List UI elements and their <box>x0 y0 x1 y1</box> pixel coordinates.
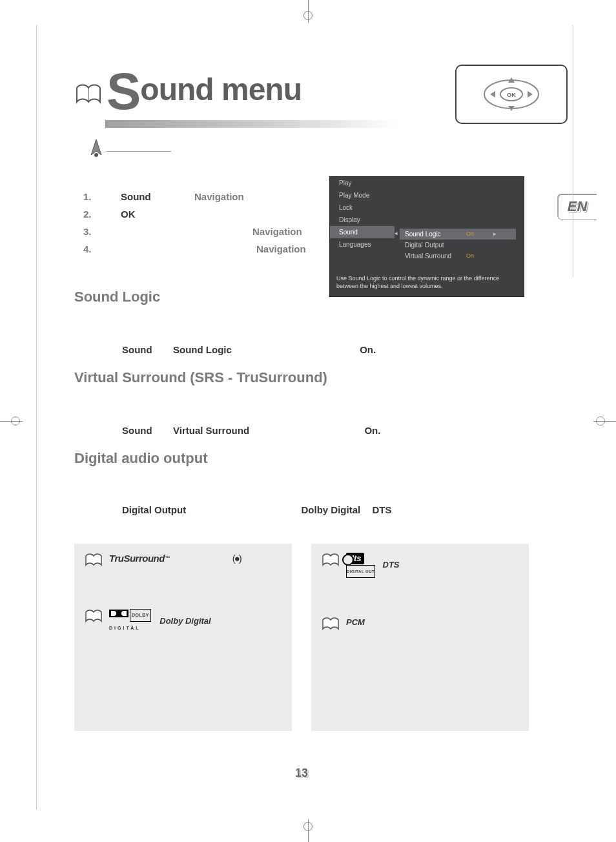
section-line: Sound Virtual Surround On. <box>122 425 529 436</box>
page-title-row: Sound menu OK <box>74 65 529 124</box>
info-entry: DOLBY DIGITAL Dolby Digital <box>85 609 282 634</box>
info-box-left: TruSurround™ (●) DOLBY DIGITAL <box>74 544 292 731</box>
step-col1 <box>121 240 172 258</box>
book-icon <box>85 609 103 634</box>
osd-option-row: Digital Output <box>400 240 516 251</box>
triangle-right-icon: ▸ <box>493 231 497 237</box>
book-icon <box>322 553 340 578</box>
osd-left-item: Play Mode <box>330 189 395 201</box>
book-icon <box>322 617 340 634</box>
page-title: Sound menu <box>107 62 302 121</box>
osd-left-item: Languages <box>330 238 395 251</box>
term: On. <box>364 425 380 436</box>
info-text: TruSurround™ (●) <box>109 553 282 570</box>
step-number: 1. <box>83 188 99 205</box>
osd-left-item-selected: Sound <box>330 226 395 238</box>
divider <box>107 151 171 152</box>
osd-screenshot: Play Play Mode Lock Display Sound Langua… <box>329 176 524 297</box>
osd-option-row: Sound Logic ▸ On <box>400 229 516 240</box>
section-heading: Virtual Surround (SRS - TruSurround) <box>74 369 529 386</box>
crop-mark-top <box>295 0 321 26</box>
title-rest: ound menu <box>140 72 302 107</box>
ok-label: OK <box>507 92 516 98</box>
dolby-label: Dolby Digital <box>159 616 210 626</box>
section-heading: Digital audio output <box>74 450 529 467</box>
info-text: PCM <box>346 617 518 634</box>
step-number: 2. <box>83 205 99 223</box>
step-number: 3. <box>83 223 99 240</box>
nav-ok-widget: OK <box>455 65 568 124</box>
section-virtual-surround: Virtual Surround (SRS - TruSurround) Sou… <box>74 369 529 436</box>
osd-left-item: Display <box>330 214 395 226</box>
osd-option-label: Digital Output <box>400 241 466 249</box>
term: Dolby Digital <box>302 504 361 515</box>
crop-mark-right <box>590 408 616 434</box>
step-col2: Navigation <box>194 188 244 205</box>
info-entry: PCM <box>322 617 518 634</box>
crop-mark-bottom <box>295 816 321 842</box>
book-icon <box>74 83 103 106</box>
step-col1 <box>121 223 172 240</box>
info-text: DOLBY DIGITAL Dolby Digital <box>109 609 282 634</box>
term: Sound Logic <box>173 344 232 355</box>
dts-label: DTS <box>383 560 400 570</box>
term: Sound <box>122 425 152 436</box>
term: Sound <box>122 344 152 355</box>
term: DTS <box>373 504 392 515</box>
margin-guide-left <box>36 25 37 810</box>
osd-option-value: On <box>466 231 474 238</box>
term: On. <box>360 344 376 355</box>
language-tag: EN <box>557 194 597 220</box>
title-initial: S <box>107 63 140 120</box>
section-line: Digital Output Dolby Digital DTS <box>122 504 529 515</box>
term: Virtual Surround <box>173 425 249 436</box>
svg-point-2 <box>94 153 98 157</box>
margin-guide-right <box>573 25 573 277</box>
info-entry: dts DIGITAL OUT DTS <box>322 553 518 578</box>
step-col1: OK <box>121 205 172 223</box>
osd-left-item: Lock <box>330 201 395 214</box>
book-icon <box>85 553 103 570</box>
pcm-label: PCM <box>346 617 365 627</box>
dolby-logo-icon: DOLBY DIGITAL <box>109 609 151 634</box>
step-col2: Navigation <box>252 223 302 240</box>
osd-right-menu: Sound Logic ▸ On Digital Output Virtual … <box>400 229 516 262</box>
crop-mark-left <box>0 408 26 434</box>
osd-option-label: Virtual Surround <box>400 252 466 260</box>
step-col2: Navigation <box>256 240 306 258</box>
section-sound-logic: Sound Logic Sound Sound Logic On. <box>74 289 529 355</box>
dts-logo-icon: dts DIGITAL OUT <box>346 553 375 578</box>
osd-description: Use Sound Logic to control the dynamic r… <box>336 274 517 290</box>
info-entry: TruSurround™ (●) <box>85 553 282 570</box>
osd-option-row: Virtual Surround On <box>400 251 516 262</box>
osd-option-label: Sound Logic <box>400 231 466 238</box>
osd-left-item: Play <box>330 177 395 189</box>
attention-icon <box>87 137 105 158</box>
trusurround-logo: TruSurround™ <box>109 553 172 564</box>
srs-symbol-icon: (●) <box>232 553 241 564</box>
section-digital-output: Digital audio output Digital Output Dolb… <box>74 450 529 515</box>
term: Digital Output <box>122 504 186 515</box>
info-text: dts DIGITAL OUT DTS <box>346 553 518 578</box>
step-col1: Sound <box>121 188 172 205</box>
page-number: 13 <box>295 766 308 780</box>
info-boxes: TruSurround™ (●) DOLBY DIGITAL <box>74 544 529 731</box>
section-line: Sound Sound Logic On. <box>122 344 529 355</box>
info-box-right: dts DIGITAL OUT DTS PCM <box>311 544 529 731</box>
step-number: 4. <box>83 240 99 258</box>
osd-option-value: On <box>466 252 474 260</box>
